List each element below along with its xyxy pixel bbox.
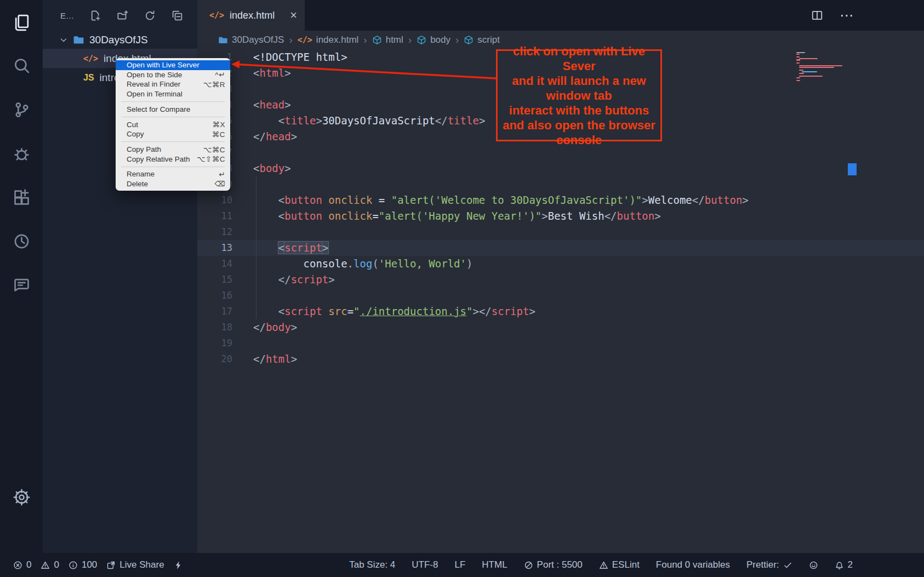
menu-item-copy-relative-path[interactable]: Copy Relative Path⌥⇧⌘C bbox=[116, 154, 230, 164]
refresh-button[interactable] bbox=[144, 10, 156, 21]
breadcrumb-item-index-html[interactable]: </>index.html bbox=[298, 35, 359, 45]
activity-history[interactable] bbox=[0, 219, 43, 263]
code-line-20[interactable]: 20</html> bbox=[197, 351, 924, 367]
code-line-11[interactable]: 11 <button onclick="alert('Happy New Yea… bbox=[197, 208, 924, 224]
more-actions-button[interactable]: ⋯ bbox=[840, 7, 854, 24]
status-port[interactable]: Port : 5500 bbox=[524, 559, 583, 570]
menu-item-label: Open in Terminal bbox=[127, 90, 182, 98]
menu-shortcut: ⌥⌘R bbox=[203, 80, 225, 89]
code-line-text: <script src="./introduction.js"></script… bbox=[232, 304, 535, 319]
status-info-count[interactable]: 100 bbox=[69, 559, 97, 570]
status-bar: 00100Live Share Tab Size: 4UTF-8LFHTMLPo… bbox=[0, 553, 924, 577]
activity-debug[interactable] bbox=[0, 132, 43, 175]
menu-item-rename[interactable]: Rename↵ bbox=[116, 169, 230, 179]
debug-icon bbox=[13, 145, 31, 163]
html-file-icon: </> bbox=[83, 54, 98, 64]
status-warning-count[interactable]: 0 bbox=[41, 559, 59, 570]
code-line-9[interactable]: 9 bbox=[197, 176, 924, 192]
folder-root-row[interactable]: 30DaysOfJS bbox=[43, 31, 197, 49]
activity-feedback[interactable] bbox=[0, 263, 43, 307]
breadcrumb-item-html[interactable]: html bbox=[372, 35, 403, 45]
breadcrumb-item-30daysofjs[interactable]: 30DaysOfJS bbox=[218, 35, 284, 45]
js-file-icon: JS bbox=[83, 73, 94, 83]
status-label: HTML bbox=[482, 559, 507, 570]
activity-explorer[interactable] bbox=[0, 0, 43, 44]
menu-separator bbox=[121, 101, 225, 102]
code-line-14[interactable]: 14 console.log('Hello, World') bbox=[197, 256, 924, 272]
warning-icon bbox=[41, 561, 50, 570]
tab-index-html[interactable]: </> index.html × bbox=[197, 0, 305, 31]
status-label: Tab Size: 4 bbox=[349, 559, 395, 570]
files-icon bbox=[13, 13, 31, 31]
menu-item-label: Copy Path bbox=[127, 145, 161, 153]
code-line-19[interactable]: 19 bbox=[197, 335, 924, 351]
annotation-line: interact with the buttons bbox=[498, 103, 660, 118]
code-line-10[interactable]: 10 <button onclick = "alert('Welcome to … bbox=[197, 192, 924, 208]
code-line-12[interactable]: 12 bbox=[197, 224, 924, 240]
feedback-icon bbox=[13, 276, 31, 294]
code-line-text bbox=[232, 145, 253, 161]
status-encoding[interactable]: UTF-8 bbox=[412, 559, 438, 570]
minimap[interactable] bbox=[796, 52, 847, 82]
new-folder-icon bbox=[117, 10, 128, 21]
tab-close-icon[interactable]: × bbox=[290, 9, 297, 21]
menu-separator bbox=[121, 141, 225, 142]
code-line-text: console.log('Hello, World') bbox=[232, 256, 472, 272]
code-line-15[interactable]: 15 </script> bbox=[197, 272, 924, 288]
status-error-count[interactable]: 0 bbox=[13, 559, 31, 570]
code-line-text bbox=[232, 335, 253, 351]
activity-search[interactable] bbox=[0, 44, 43, 88]
smiley-icon bbox=[809, 561, 818, 570]
code-line-text: <script> bbox=[232, 240, 328, 256]
code-line-18[interactable]: 18</body> bbox=[197, 319, 924, 335]
line-number: 17 bbox=[197, 304, 232, 319]
activity-extensions[interactable] bbox=[0, 175, 43, 219]
status-eslint[interactable]: ESLint bbox=[599, 559, 640, 570]
status-prettier[interactable]: Prettier: bbox=[746, 559, 792, 570]
annotation-line: window tab bbox=[498, 88, 660, 103]
warning-icon bbox=[599, 561, 608, 570]
code-line-17[interactable]: 17 <script src="./introduction.js"></scr… bbox=[197, 304, 924, 319]
menu-shortcut: ⌫ bbox=[214, 179, 225, 188]
split-editor-button[interactable] bbox=[811, 9, 823, 21]
menu-item-delete[interactable]: Delete⌫ bbox=[116, 179, 230, 189]
tab-label: index.html bbox=[230, 10, 275, 21]
status-feedback-smiley[interactable] bbox=[809, 559, 818, 570]
status-label: Live Share bbox=[119, 559, 164, 570]
cube-icon bbox=[464, 35, 474, 45]
menu-item-open-with-live-server[interactable]: Open with Live Server bbox=[116, 60, 230, 70]
menu-item-cut[interactable]: Cut⌘X bbox=[116, 119, 230, 129]
breadcrumb-separator: › bbox=[455, 34, 459, 46]
new-file-button[interactable] bbox=[89, 10, 101, 21]
menu-item-copy[interactable]: Copy⌘C bbox=[116, 129, 230, 139]
menu-shortcut: ⌥⌘C bbox=[203, 145, 225, 154]
line-number: 13 bbox=[197, 240, 232, 256]
status-live-share[interactable]: Live Share bbox=[106, 559, 164, 570]
code-line-13[interactable]: 13 <script> bbox=[197, 240, 924, 256]
code-line-text bbox=[232, 288, 253, 304]
status-found-variables[interactable]: Found 0 variables bbox=[656, 559, 730, 570]
status-go-live[interactable] bbox=[174, 559, 183, 570]
code-line-8[interactable]: 8<body> bbox=[197, 161, 924, 176]
new-folder-button[interactable] bbox=[117, 10, 128, 21]
breadcrumb-item-script[interactable]: script bbox=[464, 35, 500, 45]
status-language-mode[interactable]: HTML bbox=[482, 559, 507, 570]
code-line-text: <head> bbox=[232, 97, 291, 113]
activity-source-control[interactable] bbox=[0, 88, 43, 132]
menu-item-reveal-in-finder[interactable]: Reveal in Finder⌥⌘R bbox=[116, 79, 230, 89]
status-label: 2 bbox=[848, 559, 853, 570]
menu-item-open-in-terminal[interactable]: Open in Terminal bbox=[116, 89, 230, 99]
code-line-16[interactable]: 16 bbox=[197, 288, 924, 304]
menu-item-open-to-the-side[interactable]: Open to the Side^↵ bbox=[116, 70, 230, 80]
breadcrumb-item-body[interactable]: body bbox=[417, 35, 450, 45]
status-label: 0 bbox=[54, 559, 59, 570]
settings-button[interactable] bbox=[0, 489, 43, 506]
status-tab-size[interactable]: Tab Size: 4 bbox=[349, 559, 395, 570]
menu-item-copy-path[interactable]: Copy Path⌥⌘C bbox=[116, 145, 230, 155]
status-notifications[interactable]: 2 bbox=[835, 559, 853, 570]
status-eol[interactable]: LF bbox=[454, 559, 465, 570]
menu-item-select-for-compare[interactable]: Select for Compare bbox=[116, 105, 230, 115]
code-line-text: </head> bbox=[232, 129, 297, 145]
collapse-button[interactable] bbox=[172, 10, 183, 21]
error-icon bbox=[13, 561, 22, 570]
